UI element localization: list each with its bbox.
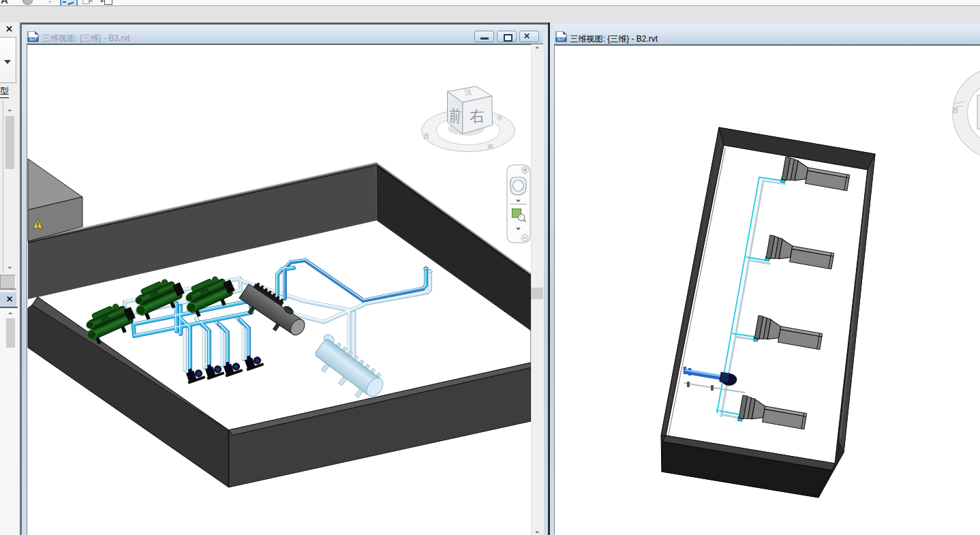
svg-text:前: 前: [448, 106, 461, 125]
svg-text:右: 右: [469, 107, 485, 125]
svg-text:RVT: RVT: [557, 37, 566, 42]
svg-text:西: 西: [423, 133, 429, 140]
svg-text:西: 西: [952, 107, 958, 114]
svg-text:南: 南: [487, 143, 493, 150]
svg-text:东: 东: [496, 114, 503, 121]
svg-text:RVT: RVT: [29, 37, 37, 42]
svg-text:顶: 顶: [463, 87, 472, 97]
